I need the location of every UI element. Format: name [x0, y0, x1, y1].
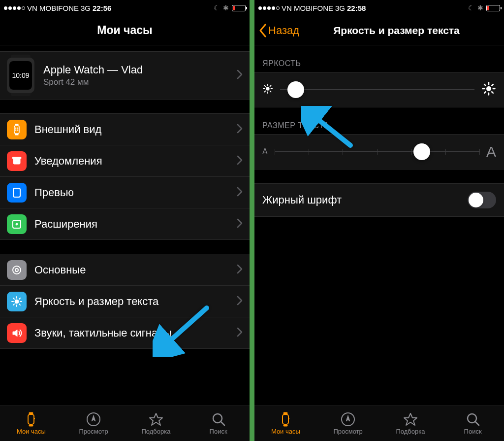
brightness-slider[interactable]	[280, 89, 474, 90]
battery-icon	[486, 5, 500, 11]
device-model: Sport 42 мм	[43, 77, 143, 87]
settings-row[interactable]: Превью	[0, 177, 250, 208]
tab-label: Просмотр	[79, 428, 108, 435]
chevron-right-icon	[237, 124, 243, 136]
tab-label: Мои часы	[271, 428, 300, 435]
carrier-label: VN MOBIFONE	[282, 4, 333, 12]
slider-thumb[interactable]	[287, 81, 304, 98]
carrier-label: VN MOBIFONE	[27, 4, 79, 12]
network-type: 3G	[81, 4, 91, 12]
chevron-right-icon	[237, 264, 243, 276]
settings-row-label: Внешний вид	[34, 123, 229, 136]
chevron-right-icon	[237, 327, 243, 339]
watch-thumbnail-icon: 10:09	[7, 58, 34, 93]
textsize-slider-row: A A	[254, 134, 504, 170]
page-title: Яркость и размер текста	[299, 25, 460, 36]
tab-Подборка[interactable]: Подборка	[125, 406, 188, 441]
settings-row[interactable]: Внешний вид	[0, 114, 250, 145]
chevron-right-icon	[237, 69, 243, 81]
tab-label: Поиск	[464, 428, 482, 435]
brightness-slider-row	[254, 72, 504, 107]
settings-row-label: Звуки, тактильные сигналы	[34, 327, 229, 339]
tab-Мои часы[interactable]: Мои часы	[254, 406, 317, 441]
settings-row-label: Превью	[34, 186, 229, 199]
bluetooth-icon: ✱	[477, 4, 483, 12]
tab-Поиск[interactable]: Поиск	[187, 406, 250, 441]
chevron-right-icon	[237, 187, 243, 199]
section-label-textsize: РАЗМЕР ТЕКСТА	[254, 107, 504, 134]
chevron-right-icon	[237, 218, 243, 230]
extension-icon	[7, 214, 27, 234]
dnd-moon-icon: ☾	[214, 4, 220, 12]
settings-row-label: Яркость и размер текста	[34, 295, 229, 308]
gear-icon	[7, 260, 27, 280]
textsize-small-icon: A	[262, 147, 268, 156]
brightness-high-icon	[481, 81, 496, 98]
bold-text-row[interactable]: Жирный шрифт	[254, 183, 504, 217]
settings-row-label: Уведомления	[34, 155, 229, 168]
tab-label: Поиск	[210, 428, 227, 435]
page-title: Мои часы	[97, 24, 152, 37]
settings-row-label: Основные	[34, 264, 229, 276]
chevron-right-icon	[237, 296, 243, 307]
dnd-moon-icon: ☾	[468, 4, 474, 12]
brightness-low-icon	[262, 83, 273, 96]
tab-Просмотр[interactable]: Просмотр	[63, 406, 125, 441]
clock: 22:58	[347, 4, 366, 12]
bell-icon	[7, 151, 27, 171]
device-name: Apple Watch — Vlad	[43, 64, 143, 76]
tab-label: Подборка	[396, 428, 425, 435]
bluetooth-icon: ✱	[223, 4, 229, 12]
settings-row[interactable]: Яркость и размер текста	[0, 286, 250, 317]
nav-bar: Назад Яркость и размер текста	[254, 16, 504, 45]
settings-row[interactable]: Расширения	[0, 208, 250, 240]
tab-bar: Мои часыПросмотрПодборкаПоиск	[0, 406, 250, 441]
tab-bar: Мои часыПросмотрПодборкаПоиск	[254, 406, 504, 441]
network-type: 3G	[335, 4, 345, 12]
screen-my-watch: VN MOBIFONE 3G 22:56 ☾ ✱ Мои часы 10:09 …	[0, 0, 250, 441]
status-bar: VN MOBIFONE 3G 22:56 ☾ ✱	[0, 0, 250, 16]
slider-thumb[interactable]	[413, 143, 430, 160]
tab-Подборка[interactable]: Подборка	[379, 406, 442, 441]
tab-Поиск[interactable]: Поиск	[441, 406, 504, 441]
watch-layout-icon	[7, 120, 27, 139]
signal-strength-icon	[258, 6, 280, 10]
tab-Просмотр[interactable]: Просмотр	[317, 406, 379, 441]
speaker-icon	[7, 323, 27, 343]
bold-text-switch[interactable]	[468, 192, 496, 208]
tab-label: Подборка	[141, 428, 170, 435]
settings-row[interactable]: Основные	[0, 254, 250, 286]
screen-brightness: VN MOBIFONE 3G 22:58 ☾ ✱ Назад Яркость и…	[254, 0, 504, 441]
tab-label: Мои часы	[17, 428, 46, 435]
section-label-brightness: ЯРКОСТЬ	[254, 45, 504, 72]
back-label: Назад	[268, 24, 299, 37]
textsize-large-icon: A	[486, 143, 496, 160]
settings-row-label: Расширения	[34, 218, 229, 231]
back-button[interactable]: Назад	[258, 16, 299, 45]
clock: 22:56	[93, 4, 111, 12]
chevron-right-icon	[237, 155, 243, 167]
paired-device-row[interactable]: 10:09 Apple Watch — Vlad Sport 42 мм	[0, 51, 250, 100]
signal-strength-icon	[4, 6, 25, 10]
tab-Мои часы[interactable]: Мои часы	[0, 406, 63, 441]
status-bar: VN MOBIFONE 3G 22:58 ☾ ✱	[254, 0, 504, 16]
brightness-icon	[7, 292, 27, 311]
preview-icon	[7, 183, 27, 203]
nav-bar: Мои часы	[0, 16, 250, 45]
battery-icon	[232, 5, 246, 11]
settings-row[interactable]: Звуки, тактильные сигналы	[0, 317, 250, 349]
settings-row[interactable]: Уведомления	[0, 145, 250, 177]
bold-text-label: Жирный шрифт	[262, 194, 468, 206]
textsize-slider[interactable]	[275, 151, 479, 152]
tab-label: Просмотр	[333, 428, 362, 435]
